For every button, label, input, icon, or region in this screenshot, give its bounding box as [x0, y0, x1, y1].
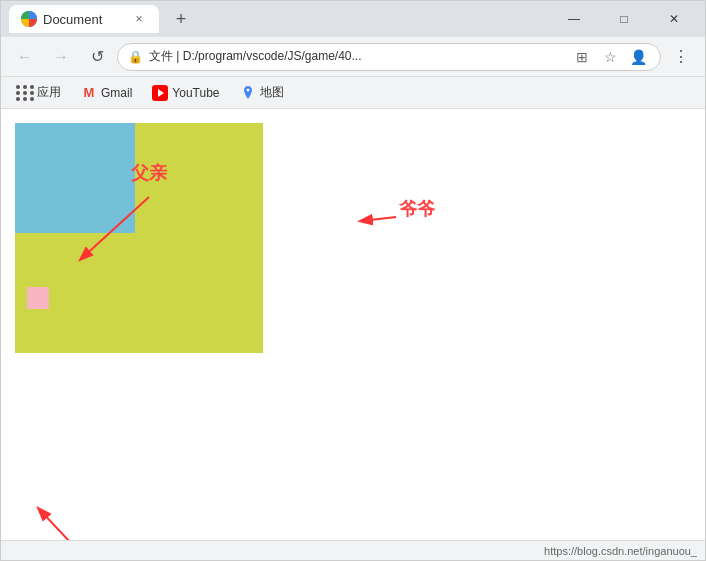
- forward-button[interactable]: →: [45, 41, 77, 73]
- titlebar: Document × + — □ ✕: [1, 1, 705, 37]
- address-toolbar: ← → ↺ 🔒 文件 | D:/program/vscode/JS/game/4…: [1, 37, 705, 77]
- svg-line-6: [39, 509, 86, 540]
- chrome-logo: [21, 11, 37, 27]
- address-actions: ⊞ ☆ 👤: [570, 45, 650, 69]
- bookmarks-bar: 应用 M Gmail YouTube 地图: [1, 77, 705, 109]
- address-text: 文件 | D:/program/vscode/JS/game/40...: [149, 48, 564, 65]
- child-rect: [27, 287, 49, 309]
- menu-button[interactable]: ⋮: [665, 41, 697, 73]
- youtube-icon: [152, 85, 168, 101]
- maximize-button[interactable]: □: [601, 3, 647, 35]
- address-bar[interactable]: 🔒 文件 | D:/program/vscode/JS/game/40... ⊞…: [117, 43, 661, 71]
- bookmark-star-icon[interactable]: ☆: [598, 45, 622, 69]
- minimize-button[interactable]: —: [551, 3, 597, 35]
- maps-icon: [240, 85, 256, 101]
- profile-icon[interactable]: 👤: [626, 45, 650, 69]
- new-tab-button[interactable]: +: [167, 5, 195, 33]
- tab-title: Document: [43, 12, 102, 27]
- apps-bookmark[interactable]: 应用: [9, 80, 69, 105]
- tab-favicon: [21, 11, 37, 27]
- maps-label: 地图: [260, 84, 284, 101]
- apps-label: 应用: [37, 84, 61, 101]
- grandparent-rect: [15, 123, 135, 233]
- browser-tab[interactable]: Document ×: [9, 5, 159, 33]
- status-url: https://blog.csdn.net/inganuou_: [544, 545, 697, 557]
- maps-bookmark[interactable]: 地图: [232, 80, 292, 105]
- back-button[interactable]: ←: [9, 41, 41, 73]
- gmail-bookmark[interactable]: M Gmail: [73, 81, 140, 105]
- browser-window: Document × + — □ ✕ ← → ↺ 🔒 文件 | D:/progr…: [0, 0, 706, 561]
- translate-icon[interactable]: ⊞: [570, 45, 594, 69]
- youtube-label: YouTube: [172, 86, 219, 100]
- gmail-label: Gmail: [101, 86, 132, 100]
- svg-line-5: [361, 217, 396, 221]
- window-controls: — □ ✕: [551, 3, 697, 35]
- page-content: 父亲 爷爷 儿子: [1, 109, 705, 540]
- svg-point-2: [246, 88, 249, 91]
- apps-grid-icon: [17, 85, 33, 101]
- yeye-annotation: 爷爷: [399, 197, 435, 221]
- close-button[interactable]: ✕: [651, 3, 697, 35]
- lock-icon: 🔒: [128, 50, 143, 64]
- statusbar: https://blog.csdn.net/inganuou_: [1, 540, 705, 560]
- reload-button[interactable]: ↺: [81, 41, 113, 73]
- youtube-bookmark[interactable]: YouTube: [144, 81, 227, 105]
- tab-close-button[interactable]: ×: [131, 11, 147, 27]
- gmail-icon: M: [81, 85, 97, 101]
- fuqin-annotation: 父亲: [131, 161, 167, 185]
